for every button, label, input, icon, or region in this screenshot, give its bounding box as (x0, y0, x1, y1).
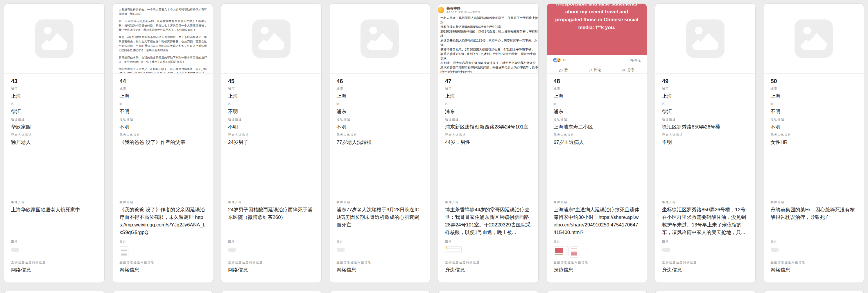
field-label-event: 事件介绍 (120, 201, 206, 204)
field-label-event: 事件介绍 (445, 201, 532, 204)
record-card[interactable]: 50 城市上海 区不明 地址描述不明 死者大体描述女性HR 事件介绍丹纳赫集团的… (764, 3, 864, 283)
field-label-city: 城市 (120, 87, 206, 90)
record-number: 47 (445, 78, 532, 85)
field-label-address: 地址描述 (11, 118, 98, 121)
record-card[interactable]: 人都没有这样的机会。一个病人需要几十个人的同时帮助和关怀才有可能获得一丝的机会！… (113, 3, 213, 283)
field-label-deceased: 死者大体描述 (337, 133, 423, 137)
comment-button[interactable]: 评论 (589, 68, 601, 73)
district-value: 浦东 (445, 108, 532, 115)
source-value: 身边信息 (445, 266, 532, 274)
deceased-value: 77岁老人沈瑞根 (337, 139, 423, 198)
record-number: 44 (120, 78, 206, 85)
record-card[interactable]: 49 城市上海 区徐汇 地址描述徐汇区罗秀路850弄26号楼 死者大体描述不明 … (655, 3, 755, 283)
card-cover (4, 4, 104, 74)
article-paragraph: 果然，4月3日被告知爸爸不得不进行高位截肢，由于下肢动脉硬化，整条腿要截去，作为… (119, 35, 207, 52)
attachment-thumbnail[interactable] (566, 246, 568, 256)
district-value: 不明 (771, 108, 857, 115)
card-cover-weibo: 茶香禅静 4-2 02:31 来自 iPhone客户端 一名志愿者，昨日我投入路… (438, 4, 538, 74)
attachment-thumbnail[interactable] (771, 248, 779, 252)
field-label-event: 事件介绍 (771, 201, 857, 204)
article-paragraph: 医院方面出于人道主义，让妈妈下楼来，但不能穿过隔离线，我们只能“隔线”相望，我们… (119, 67, 207, 74)
field-label-event: 事件介绍 (337, 201, 423, 204)
record-card[interactable] (221, 291, 321, 293)
deceased-value: 67岁血透病人 (554, 139, 640, 198)
field-label-district: 区 (662, 102, 749, 106)
share-button[interactable]: 分享 (622, 68, 634, 73)
city-value: 上海 (771, 92, 857, 100)
field-label-address: 地址描述 (120, 118, 206, 121)
city-value: 上海 (120, 92, 206, 100)
field-label-address: 地址描述 (228, 118, 315, 121)
field-label-images: 图片 (445, 240, 532, 243)
field-label-deceased: 死者大体描述 (554, 133, 640, 137)
record-card[interactable]: 茶香禅静 4-2 02:31 来自 iPhone客户端 一名志愿者，昨日我投入路… (438, 3, 538, 283)
attachment-thumbnail[interactable] (11, 248, 19, 252)
field-label-event: 事件介绍 (554, 201, 640, 204)
article-paragraph: 我只能四处求助，在我的物业及邻居的帮助下拿到一张非常宝贵的通行证，整个街区就只有… (119, 55, 207, 64)
record-card[interactable] (330, 291, 430, 293)
article-paragraph: 那一天我觉得我们是幸运的，我还在朋友圈里感谢人民群众！感谢互联！当时我的小区已被… (119, 19, 207, 32)
attachment-thumbnail[interactable] (120, 246, 128, 258)
record-card[interactable] (547, 291, 647, 293)
field-label-address: 地址描述 (771, 118, 857, 121)
wow-face-icon (556, 58, 561, 62)
record-card[interactable] (655, 291, 755, 293)
image-placeholder-icon (361, 20, 399, 58)
source-value: 身边信息 (662, 266, 749, 274)
field-label-city: 城市 (337, 87, 423, 90)
city-value: 上海 (11, 92, 98, 100)
field-label-district: 区 (337, 102, 423, 106)
comment-icon (589, 68, 592, 72)
deceased-value: 24岁男子 (228, 139, 315, 198)
record-card[interactable] (438, 291, 538, 293)
address-value: 不明 (120, 123, 206, 131)
address-value: 不明 (228, 123, 315, 131)
city-value: 上海 (445, 92, 532, 100)
field-label-event: 事件介绍 (11, 201, 98, 204)
record-card[interactable]: irresponsible and false statements about… (547, 3, 647, 283)
field-label-address: 地址描述 (554, 118, 640, 121)
attachment-thumbnail[interactable] (662, 248, 670, 252)
record-card[interactable] (4, 291, 104, 293)
image-placeholder-icon (686, 20, 724, 58)
field-label-city: 城市 (662, 87, 749, 90)
field-label-source: 直接信息还是间接信息 (120, 261, 206, 264)
field-label-source: 直接信息还是间接信息 (445, 261, 532, 264)
event-value: 丹纳赫集团的某Hr，因心脏猝死没有核酸报告耽误治疗，导致死亡 (771, 206, 857, 237)
field-label-source: 直接信息还是间接信息 (11, 261, 98, 264)
image-placeholder-icon (35, 20, 73, 58)
field-label-deceased: 死者大体描述 (662, 133, 749, 137)
field-label-images: 图片 (120, 240, 206, 243)
address-value: 浦东新区唐镇创新西路28弄24号101室 (445, 123, 532, 131)
field-label-images: 图片 (337, 240, 423, 243)
field-label-deceased: 死者大体描述 (228, 133, 315, 137)
field-label-deceased: 死者大体描述 (445, 133, 532, 137)
field-label-event: 事件介绍 (662, 201, 749, 204)
comment-count[interactable]: 7条评论 (629, 58, 641, 62)
attachment-thumbnail[interactable] (337, 248, 345, 252)
event-value: 浦东77岁老人沈瑞根于3月28日晚在ICU病房因长期末肾透析造成的心肌衰竭而死亡 (337, 206, 423, 237)
attachment-thumbnail[interactable] (445, 246, 462, 253)
record-card[interactable] (113, 291, 213, 293)
source-value: 网络信息 (771, 266, 857, 274)
gallery-board: 43 城市上海 区徐汇 地址描述华欣家园 死者大体描述独居老人 事件介绍上海华欣… (0, 0, 868, 293)
field-label-district: 区 (228, 102, 315, 106)
record-card[interactable]: 43 城市上海 区徐汇 地址描述华欣家园 死者大体描述独居老人 事件介绍上海华欣… (4, 3, 104, 283)
attachment-thumbnail[interactable] (570, 246, 578, 258)
record-card[interactable]: 45 城市上海 区不明 地址描述不明 死者大体描述24岁男子 事件介绍24岁男子… (221, 3, 321, 283)
field-label-source: 直接信息还是间接信息 (554, 261, 640, 264)
record-card[interactable]: 46 城市上海 区浦东 地址描述不明 死者大体描述77岁老人沈瑞根 事件介绍浦东… (330, 3, 430, 283)
weibo-post-text: 一名志愿者，昨日我投入路浦西核酸检测的队伍，但是累了一天后晚上接到 哥家住浦东新… (440, 16, 538, 74)
record-card[interactable] (764, 291, 864, 293)
city-value: 上海 (662, 92, 749, 100)
attachment-thumbnail[interactable] (228, 248, 236, 252)
attachment-thumbnail[interactable] (554, 246, 564, 257)
field-label-images: 图片 (228, 240, 315, 243)
field-label-address: 地址描述 (337, 118, 423, 121)
field-label-city: 城市 (228, 87, 315, 90)
field-label-address: 地址描述 (662, 118, 749, 121)
record-number: 46 (337, 78, 423, 85)
record-number: 48 (554, 78, 640, 85)
field-label-city: 城市 (554, 87, 640, 90)
like-button[interactable]: 赞 (559, 68, 568, 73)
